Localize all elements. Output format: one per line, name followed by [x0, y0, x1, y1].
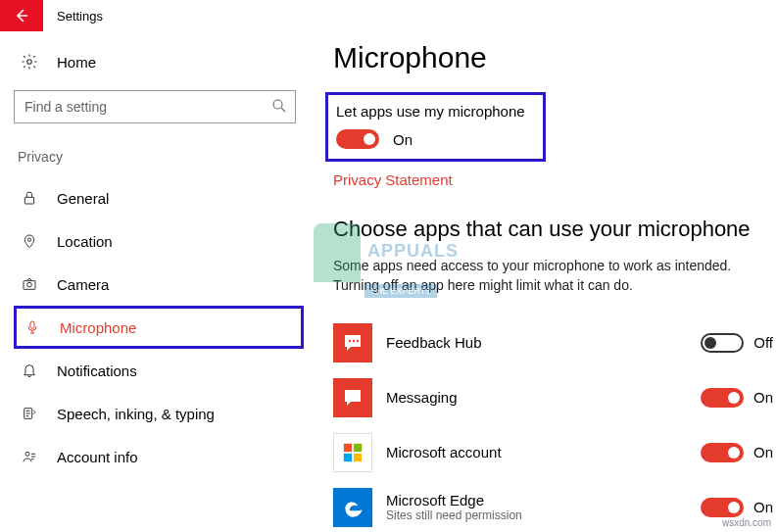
back-button[interactable] [0, 0, 43, 31]
sidebar-item-label: Account info [57, 449, 138, 465]
account-icon [20, 449, 39, 464]
search-icon [270, 97, 288, 119]
sidebar-item-location[interactable]: Location [14, 219, 304, 263]
svg-point-1 [273, 100, 282, 109]
location-icon [20, 233, 39, 249]
master-toggle[interactable] [336, 129, 379, 149]
sidebar-item-speech[interactable]: Speech, inking, & typing [14, 392, 304, 435]
app-row-microsoft-account: Microsoft account On [333, 425, 777, 480]
content-pane: Microphone Let apps use my microphone On… [306, 31, 777, 532]
speech-icon [20, 406, 39, 421]
sidebar-item-label: Notifications [57, 363, 137, 379]
arrow-left-icon [14, 8, 29, 24]
app-toggle-state: On [753, 444, 773, 460]
master-toggle-label: Let apps use my microphone [336, 103, 525, 120]
sidebar: Home Privacy General Location Camera Mic… [0, 31, 306, 532]
camera-icon [20, 276, 39, 292]
feedback-hub-icon [333, 323, 372, 363]
master-toggle-state: On [393, 131, 413, 148]
svg-rect-2 [24, 197, 33, 204]
search-input[interactable] [14, 90, 296, 123]
edge-icon [333, 488, 372, 527]
svg-point-10 [353, 339, 355, 341]
svg-point-8 [25, 452, 29, 456]
sidebar-item-label: Camera [57, 276, 109, 293]
svg-rect-14 [344, 454, 352, 461]
privacy-statement-link[interactable]: Privacy Statement [333, 171, 453, 188]
sidebar-item-label: Location [57, 233, 113, 250]
sidebar-item-notifications[interactable]: Notifications [14, 349, 304, 392]
master-toggle-section: Let apps use my microphone On [325, 92, 546, 162]
nav-group-label: Privacy [18, 149, 306, 165]
svg-point-0 [27, 60, 32, 65]
app-toggle-feedback-hub[interactable] [701, 333, 744, 353]
lock-icon [20, 190, 39, 206]
messaging-icon [333, 378, 372, 417]
sidebar-item-label: Speech, inking, & typing [57, 406, 215, 422]
footer-watermark: wsxdn.com [722, 517, 771, 528]
sidebar-item-account[interactable]: Account info [14, 435, 304, 478]
app-name: Microsoft account [386, 444, 701, 460]
svg-rect-13 [354, 443, 362, 451]
svg-point-11 [357, 339, 359, 341]
home-label: Home [57, 54, 96, 71]
app-toggle-state: On [753, 499, 773, 515]
sidebar-item-camera[interactable]: Camera [14, 263, 304, 306]
app-toggle-state: On [753, 389, 773, 406]
apps-subheading: Choose apps that can use your microphone [333, 217, 777, 242]
gear-icon [20, 53, 39, 71]
sidebar-item-general[interactable]: General [14, 176, 304, 219]
app-toggle-state: Off [753, 334, 773, 351]
apps-description: Some apps need access to your microphone… [333, 256, 745, 296]
sidebar-item-microphone[interactable]: Microphone [14, 306, 304, 349]
app-name: Feedback Hub [386, 334, 701, 351]
app-toggle-microsoft-account[interactable] [701, 443, 744, 462]
window-title: Settings [57, 9, 103, 24]
svg-point-5 [27, 282, 32, 287]
app-subtext: Sites still need permission [386, 508, 701, 522]
sidebar-item-label: General [57, 190, 109, 207]
sidebar-item-label: Microphone [60, 319, 136, 336]
page-heading: Microphone [333, 41, 777, 74]
svg-point-9 [349, 339, 351, 341]
bell-icon [20, 363, 39, 378]
svg-rect-6 [30, 321, 34, 328]
app-name: Microsoft Edge [386, 492, 701, 508]
app-row-messaging: Messaging On [333, 370, 777, 425]
svg-point-3 [27, 238, 30, 241]
microphone-icon [23, 319, 42, 335]
app-name: Messaging [386, 389, 701, 406]
app-toggle-microsoft-edge[interactable] [701, 498, 744, 517]
home-nav[interactable]: Home [14, 45, 306, 78]
app-row-feedback-hub: Feedback Hub Off [333, 315, 777, 370]
svg-rect-15 [354, 454, 362, 461]
svg-rect-12 [344, 443, 352, 451]
microsoft-account-icon [333, 433, 372, 472]
app-toggle-messaging[interactable] [701, 388, 744, 408]
app-row-microsoft-edge: Microsoft Edge Sites still need permissi… [333, 480, 777, 532]
